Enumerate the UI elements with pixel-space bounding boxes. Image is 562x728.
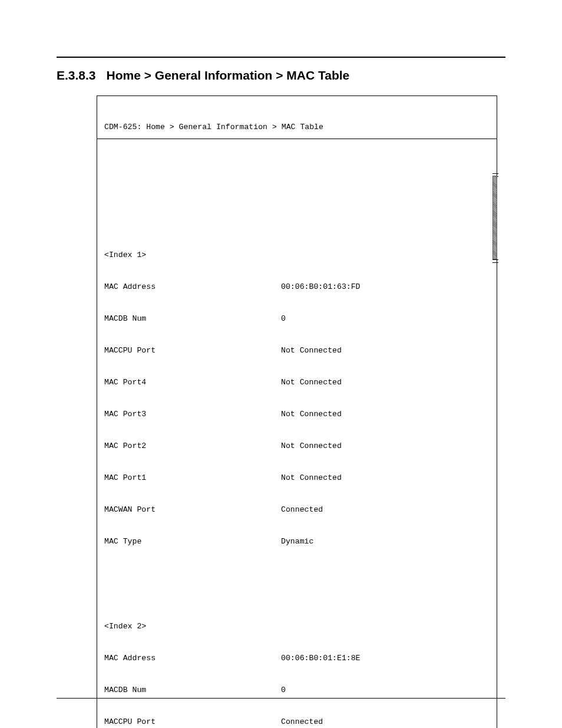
table-row: MAC Address00:06:B0:01:63:FD <box>104 282 490 292</box>
field-label: MACCPU Port <box>104 345 281 356</box>
field-label: MAC Port4 <box>104 377 281 388</box>
table-row: MACDB Num0 <box>104 314 490 324</box>
field-value: 0 <box>281 314 490 324</box>
field-label: MAC Port1 <box>104 473 281 483</box>
field-label: MAC Address <box>104 653 281 664</box>
field-value: Not Connected <box>281 345 490 356</box>
field-value: 00:06:B0:01:E1:8E <box>281 653 490 664</box>
top-horizontal-rule <box>57 57 505 58</box>
field-label: MAC Port2 <box>104 441 281 452</box>
field-value: 0 <box>281 685 490 696</box>
field-value: Not Connected <box>281 377 490 388</box>
field-value: Not Connected <box>281 409 490 420</box>
blank-line <box>104 568 490 579</box>
table-row: MAC Port1Not Connected <box>104 473 490 483</box>
table-row: MAC Address00:06:B0:01:E1:8E <box>104 653 490 664</box>
field-value: Connected <box>281 717 490 727</box>
field-label: MAC Port3 <box>104 409 281 420</box>
scrollbar-thumb[interactable] <box>492 176 497 259</box>
index-header: <Index 2> <box>104 621 490 632</box>
table-row: MAC Port2Not Connected <box>104 441 490 452</box>
table-row: MAC TypeDynamic <box>104 536 490 547</box>
field-value: Not Connected <box>281 441 490 452</box>
table-row: MAC Port4Not Connected <box>104 377 490 388</box>
page: E.3.8.3Home > General Information > MAC … <box>0 0 562 728</box>
field-value: 00:06:B0:01:63:FD <box>281 282 490 292</box>
section-number: E.3.8.3 <box>57 68 96 83</box>
field-label: MACWAN Port <box>104 505 281 515</box>
field-label: MAC Type <box>104 536 281 547</box>
table-row: MACCPU PortConnected <box>104 717 490 727</box>
field-value: Connected <box>281 505 490 515</box>
index-header: <Index 1> <box>104 250 490 261</box>
field-label: MACCPU Port <box>104 717 281 727</box>
section-title: Home > General Information > MAC Table <box>107 68 350 82</box>
section-heading: E.3.8.3Home > General Information > MAC … <box>57 68 505 83</box>
terminal-body: <Index 1> MAC Address00:06:B0:01:63:FD M… <box>104 171 490 728</box>
field-value: Dynamic <box>281 536 490 547</box>
field-label: MACDB Num <box>104 314 281 324</box>
terminal-window: CDM-625: Home > General Information > MA… <box>97 95 497 728</box>
table-row: MAC Port3Not Connected <box>104 409 490 420</box>
table-row: MACCPU PortNot Connected <box>104 345 490 356</box>
field-label: MAC Address <box>104 282 281 292</box>
terminal-title: CDM-625: Home > General Information > MA… <box>97 122 497 139</box>
scrollbar-cap-bottom <box>492 259 498 263</box>
field-label: MACDB Num <box>104 685 281 696</box>
table-row: MACDB Num0 <box>104 685 490 696</box>
table-row: MACWAN PortConnected <box>104 505 490 515</box>
field-value: Not Connected <box>281 473 490 483</box>
bottom-horizontal-rule <box>57 698 505 699</box>
